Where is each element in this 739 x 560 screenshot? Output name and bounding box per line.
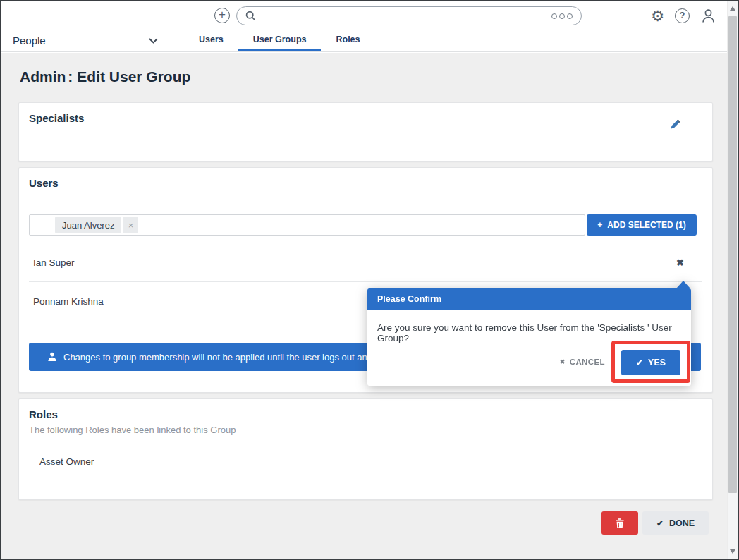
yes-check-icon: ✔ (636, 358, 642, 367)
membership-notice-text: Changes to group membership will not be … (63, 352, 404, 363)
confirm-message: Are you sure you want to remove this Use… (367, 310, 691, 343)
group-name-card: Specialists (18, 102, 713, 162)
chevron-down-icon (149, 38, 158, 44)
roles-description: The following Roles have been linked to … (29, 425, 702, 435)
plus-icon: + (597, 220, 602, 230)
page-title-separator: : (68, 68, 73, 85)
vertical-scrollbar[interactable] (727, 1, 738, 559)
done-label: DONE (669, 518, 695, 528)
chip-label: Juan Alverez (55, 217, 121, 233)
secondary-nav: People Users User Groups Roles (1, 30, 727, 52)
search-icon (245, 11, 256, 21)
delete-group-button[interactable] (601, 511, 638, 535)
tab-bar: Users User Groups Roles (184, 30, 375, 51)
group-name: Specialists (29, 112, 702, 124)
cancel-x-icon: ✖ (560, 358, 566, 365)
topbar-actions: ⚙ ? (651, 1, 716, 30)
remove-user-icon[interactable]: ✖ (676, 257, 684, 268)
tab-user-groups[interactable]: User Groups (238, 30, 322, 51)
settings-gear-icon[interactable]: ⚙ (651, 8, 664, 23)
module-selector[interactable]: People (1, 30, 171, 51)
confirm-popover: Please Confirm Are you sure you want to … (367, 281, 691, 386)
popover-arrow (676, 281, 690, 288)
add-selected-button[interactable]: + ADD SELECTED (1) (587, 214, 697, 236)
edit-pencil-icon[interactable] (670, 118, 681, 130)
trash-icon (615, 518, 625, 529)
role-item: Asset Owner (39, 456, 702, 467)
done-button[interactable]: ✔ DONE (642, 511, 709, 535)
page-title-prefix: Admin (20, 68, 66, 85)
footer-actions: ✔ DONE (1, 511, 709, 535)
member-name: Ian Super (33, 257, 75, 268)
tab-users[interactable]: Users (184, 30, 238, 51)
person-icon (47, 352, 57, 362)
add-selected-label: ADD SELECTED (1) (607, 220, 685, 230)
more-options-icon[interactable] (551, 13, 573, 19)
yes-label: YES (648, 358, 666, 367)
check-icon: ✔ (656, 518, 664, 528)
module-selector-label: People (13, 35, 46, 47)
cancel-button[interactable]: ✖ CANCEL (560, 358, 605, 366)
user-profile-icon[interactable] (700, 8, 716, 24)
global-search[interactable] (236, 6, 582, 25)
roles-heading: Roles (29, 408, 702, 420)
user-select-input[interactable]: Juan Alverez × (29, 214, 585, 236)
search-input[interactable] (262, 11, 551, 21)
popover-title: Please Confirm (367, 288, 691, 310)
member-name: Ponnam Krishna (33, 296, 104, 307)
app-window: + ⚙ ? People U (0, 0, 739, 560)
yes-button[interactable]: ✔ YES (621, 350, 680, 375)
top-bar: + ⚙ ? (1, 1, 727, 30)
add-icon[interactable]: + (214, 8, 230, 23)
chip-remove-icon[interactable]: × (123, 217, 138, 233)
scroll-up-arrow-icon[interactable] (730, 6, 735, 11)
scroll-down-arrow-icon[interactable] (730, 549, 735, 554)
users-heading: Users (29, 177, 702, 189)
page-title: Admin:Edit User Group (20, 68, 727, 85)
member-row: Ian Super ✖ (29, 244, 702, 282)
page-title-text: Edit User Group (77, 68, 190, 85)
roles-card: Roles The following Roles have been link… (18, 398, 713, 500)
popover-body: Are you sure you want to remove this Use… (367, 310, 691, 386)
help-icon[interactable]: ? (675, 8, 690, 23)
scrollbar-thumb[interactable] (728, 16, 737, 493)
tab-roles[interactable]: Roles (321, 30, 374, 51)
cancel-label: CANCEL (570, 358, 605, 366)
user-select-row: Juan Alverez × + ADD SELECTED (1) (29, 214, 697, 236)
selected-user-chip: Juan Alverez × (55, 217, 138, 233)
